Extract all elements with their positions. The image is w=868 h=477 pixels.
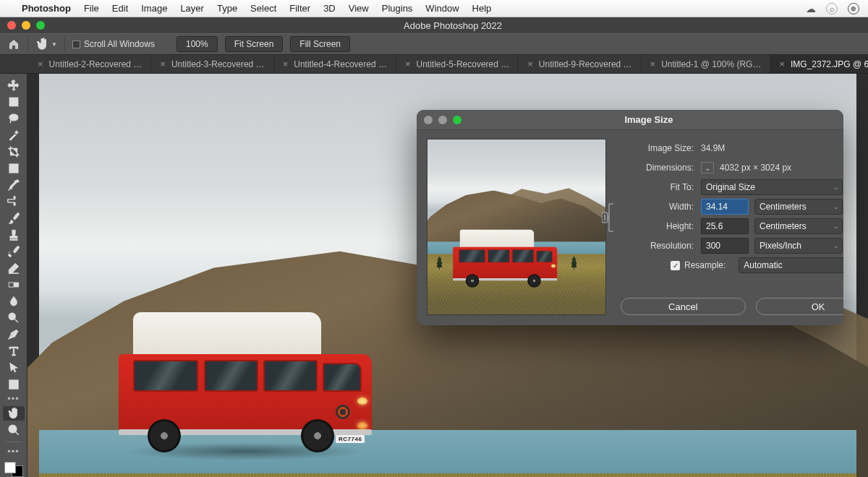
width-unit-select[interactable]: Centimeters⌵ bbox=[754, 199, 843, 215]
menu-help[interactable]: Help bbox=[472, 3, 492, 14]
height-input[interactable] bbox=[701, 218, 749, 234]
dimensions-label: Dimensions: bbox=[618, 163, 701, 173]
close-tab-icon[interactable]: × bbox=[38, 59, 43, 69]
type-tool[interactable] bbox=[3, 344, 25, 358]
menu-3d[interactable]: 3D bbox=[323, 3, 336, 14]
menu-image[interactable]: Image bbox=[141, 3, 167, 14]
link-icon[interactable] bbox=[602, 199, 619, 236]
menu-edit[interactable]: Edit bbox=[112, 3, 128, 14]
blur-tool[interactable] bbox=[3, 294, 25, 309]
document-tab[interactable]: ×Untitled-5-Recovered … bbox=[396, 55, 519, 73]
hand-tool-indicator[interactable]: ▼ bbox=[35, 37, 57, 51]
close-tab-icon[interactable]: × bbox=[283, 59, 289, 69]
resolution-input[interactable] bbox=[701, 238, 749, 254]
dialog-zoom-icon[interactable] bbox=[453, 116, 461, 124]
home-icon[interactable] bbox=[7, 38, 20, 50]
menu-select[interactable]: Select bbox=[250, 3, 276, 14]
document-tab[interactable]: ×Untitled-3-Recovered … bbox=[151, 55, 273, 73]
move-tool[interactable] bbox=[3, 78, 25, 93]
hand-tool[interactable] bbox=[3, 406, 25, 421]
fit-to-label: Fit To: bbox=[618, 182, 701, 192]
document-tab[interactable]: ×Untitled-1 @ 100% (RG… bbox=[642, 55, 771, 73]
image-size-value: 34.9M bbox=[701, 143, 725, 153]
photoshop-window: Adobe Photoshop 2022 ▼ Scroll All Window… bbox=[0, 17, 868, 477]
crop-tool[interactable] bbox=[3, 145, 25, 159]
zoom-tool[interactable] bbox=[3, 423, 25, 437]
width-label: Width: bbox=[618, 202, 701, 212]
width-input[interactable] bbox=[701, 199, 749, 215]
toolbox-edit-icon[interactable]: ••• bbox=[7, 447, 20, 457]
ok-button[interactable]: OK bbox=[756, 298, 843, 315]
lasso-tool[interactable] bbox=[3, 111, 25, 126]
menu-plugins[interactable]: Plugins bbox=[382, 3, 413, 14]
resolution-label: Resolution: bbox=[618, 241, 701, 251]
heal-tool[interactable] bbox=[3, 194, 25, 209]
menu-filter[interactable]: Filter bbox=[289, 3, 310, 14]
zoom-100-button[interactable]: 100% bbox=[176, 36, 218, 52]
document-tab[interactable]: ×Untitled-4-Recovered … bbox=[274, 55, 396, 73]
foreground-swatch[interactable] bbox=[4, 462, 16, 473]
svg-point-5 bbox=[9, 313, 15, 319]
fill-screen-button[interactable]: Fill Screen bbox=[290, 36, 350, 52]
menu-type[interactable]: Type bbox=[217, 3, 237, 14]
menu-file[interactable]: File bbox=[84, 3, 99, 14]
close-tab-icon[interactable]: × bbox=[405, 59, 411, 69]
close-tab-icon[interactable]: × bbox=[779, 59, 785, 69]
toolbox: ••• ••• bbox=[0, 74, 27, 477]
wand-tool[interactable] bbox=[3, 128, 25, 142]
dialog-close-icon[interactable] bbox=[424, 116, 433, 124]
shape-tool[interactable] bbox=[3, 377, 25, 392]
dodge-tool[interactable] bbox=[3, 311, 25, 325]
dialog-minimize-icon bbox=[438, 116, 447, 124]
separator bbox=[27, 37, 28, 51]
menu-layer[interactable]: Layer bbox=[180, 3, 204, 14]
eyedropper-tool[interactable] bbox=[3, 178, 25, 192]
menu-window[interactable]: Window bbox=[425, 3, 459, 14]
menu-app[interactable]: Photoshop bbox=[22, 3, 71, 14]
stamp-tool[interactable] bbox=[3, 228, 25, 242]
minimize-window-icon[interactable] bbox=[22, 21, 30, 30]
menu-view[interactable]: View bbox=[349, 3, 369, 14]
tab-label: Untitled-9-Recovered … bbox=[539, 59, 632, 69]
resolution-unit-select[interactable]: Pixels/Inch⌵ bbox=[754, 238, 843, 254]
height-unit-select[interactable]: Centimeters⌵ bbox=[754, 218, 843, 234]
fit-to-select[interactable]: Original Size⌵ bbox=[701, 179, 843, 195]
close-window-icon[interactable] bbox=[7, 21, 16, 30]
svg-point-1 bbox=[9, 114, 18, 121]
brush-tool[interactable] bbox=[3, 211, 25, 225]
resample-select[interactable]: Automatic⌵ bbox=[739, 257, 843, 273]
pen-tool[interactable] bbox=[3, 327, 25, 342]
tab-label: Untitled-2-Recovered … bbox=[49, 59, 142, 69]
zoom-window-icon[interactable] bbox=[36, 21, 45, 30]
svg-point-7 bbox=[9, 425, 17, 433]
marquee-tool[interactable] bbox=[3, 95, 25, 109]
eraser-tool[interactable] bbox=[3, 261, 25, 275]
search-icon[interactable]: ⌕ bbox=[826, 3, 838, 14]
gradient-tool[interactable] bbox=[3, 278, 25, 292]
history-brush-tool[interactable] bbox=[3, 244, 25, 259]
document-tab[interactable]: ×Untitled-9-Recovered … bbox=[519, 55, 641, 73]
tab-label: Untitled-5-Recovered … bbox=[417, 59, 510, 69]
resample-checkbox[interactable]: ✓ bbox=[671, 261, 680, 270]
close-tab-icon[interactable]: × bbox=[160, 59, 166, 69]
close-tab-icon[interactable]: × bbox=[650, 59, 656, 69]
dialog-titlebar[interactable]: Image Size bbox=[417, 110, 843, 130]
options-bar: ▼ Scroll All Windows 100% Fit Screen Fil… bbox=[0, 33, 868, 55]
tab-label: Untitled-1 @ 100% (RG… bbox=[661, 59, 761, 69]
cancel-button[interactable]: Cancel bbox=[621, 298, 746, 315]
path-select-tool[interactable] bbox=[3, 361, 25, 375]
window-titlebar: Adobe Photoshop 2022 bbox=[0, 17, 868, 33]
document-tab[interactable]: ×IMG_2372.JPG @ 60% (RGB/8*) bbox=[770, 55, 868, 73]
color-swatches[interactable] bbox=[4, 462, 23, 478]
dialog-preview[interactable] bbox=[427, 139, 606, 315]
fit-screen-button[interactable]: Fit Screen bbox=[225, 36, 284, 52]
frame-tool[interactable] bbox=[3, 161, 25, 176]
document-tab[interactable]: ×Untitled-2-Recovered … bbox=[29, 55, 151, 73]
dimensions-unit-toggle[interactable] bbox=[701, 162, 714, 173]
cc-icon[interactable]: ⊚ bbox=[848, 3, 859, 14]
tab-label: IMG_2372.JPG @ 60% (RGB/8*) bbox=[791, 59, 868, 69]
scroll-all-windows-checkbox[interactable]: Scroll All Windows bbox=[72, 39, 155, 49]
close-tab-icon[interactable]: × bbox=[527, 59, 533, 69]
cloud-icon[interactable]: ☁ bbox=[806, 3, 816, 14]
toolbox-more-icon[interactable]: ••• bbox=[7, 394, 20, 404]
